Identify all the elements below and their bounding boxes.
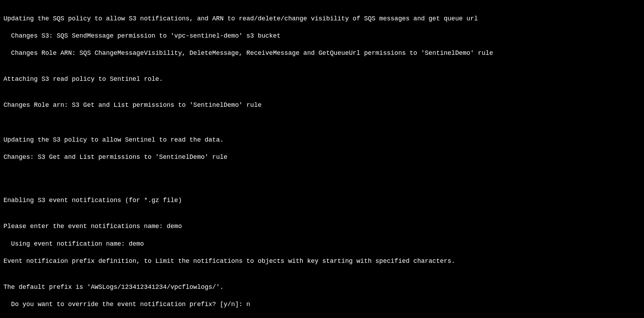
prompt-line: Do you want to override the event notifi… [4,300,640,309]
output-line: Changes Role arn: S3 Get and List permis… [4,101,640,110]
output-line: Enabling S3 event notifications (for *.g… [4,196,640,205]
output-line: Changes: S3 Get and List permissions to … [4,153,640,162]
prompt-line: Please enter the event notifications nam… [4,222,640,231]
output-line: Updating the SQS policy to allow S3 noti… [4,14,640,23]
output-line: Changes S3: SQS SendMessage permission t… [4,32,640,40]
output-line: The default prefix is 'AWSLogs/123412341… [4,283,640,292]
output-line: Using event notification name: demo [4,240,640,248]
output-line: Changes Role ARN: SQS ChangeMessageVisib… [4,49,640,58]
terminal-output[interactable]: Updating the SQS policy to allow S3 noti… [0,0,644,318]
output-line: Event notificaion prefix definition, to … [4,257,640,266]
output-line: Attaching S3 read policy to Sentinel rol… [4,75,640,84]
output-line: Updating the S3 policy to allow Sentinel… [4,136,640,144]
